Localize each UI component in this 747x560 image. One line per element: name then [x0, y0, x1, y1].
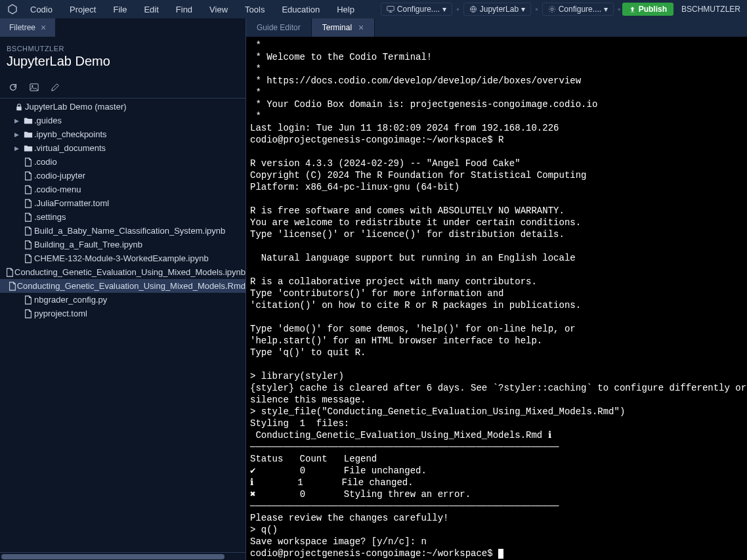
- refresh-button[interactable]: [8, 82, 18, 93]
- separator-dot: •: [535, 5, 538, 14]
- menu-file[interactable]: File: [105, 2, 135, 17]
- codio-logo: [7, 3, 18, 15]
- file-row[interactable]: Build_a_Baby_Name_Classification_System.…: [0, 224, 245, 238]
- file-icon: [8, 282, 17, 291]
- filetree-tab-label: Filetree: [9, 23, 35, 32]
- folder-row[interactable]: ▶.guides: [0, 114, 245, 127]
- filetree-toolbar: [0, 77, 245, 98]
- sidebar: Filetree × BSCHMUTZLER JupyterLab Demo J…: [0, 18, 246, 560]
- file-row[interactable]: .settings: [0, 210, 245, 224]
- expand-toggle[interactable]: ▶: [14, 118, 22, 124]
- menu-help[interactable]: Help: [329, 2, 362, 17]
- tree-label: .ipynb_checkpoints: [34, 129, 107, 139]
- file-row[interactable]: Building_a_Fault_Tree.ipynb: [0, 238, 245, 251]
- globe-icon: [469, 5, 477, 13]
- file-icon: [22, 185, 34, 194]
- menu-tools[interactable]: Tools: [237, 2, 272, 17]
- monitor-icon: [387, 5, 395, 13]
- tree-label: pyproject.toml: [34, 309, 87, 318]
- tree-label: .codio: [34, 157, 57, 167]
- menu-education[interactable]: Education: [274, 2, 328, 17]
- gear-icon: [548, 5, 556, 13]
- lock-icon: [13, 103, 25, 111]
- file-row[interactable]: .codio-menu: [0, 183, 245, 196]
- svg-rect-0: [387, 7, 395, 11]
- file-row[interactable]: CHEME-132-Module-3-WorkedExample.ipynb: [0, 251, 245, 265]
- folder-row[interactable]: ▶.ipynb_checkpoints: [0, 127, 245, 141]
- file-row[interactable]: .codio-jupyter: [0, 169, 245, 183]
- file-row[interactable]: .JuliaFormatter.toml: [0, 196, 245, 210]
- menu-edit[interactable]: Edit: [136, 2, 166, 17]
- folder-icon: [22, 130, 34, 139]
- close-icon[interactable]: ×: [41, 22, 46, 33]
- tab-label: Terminal: [322, 23, 352, 32]
- tree-label: Build_a_Baby_Name_Classification_System.…: [34, 226, 225, 236]
- tree-label: .codio-menu: [34, 184, 81, 194]
- chevron-down-icon: ▾: [604, 5, 608, 14]
- separator-dot: •: [456, 5, 459, 14]
- sidebar-tabs: Filetree ×: [0, 18, 245, 37]
- tree-label: .settings: [34, 212, 66, 222]
- svg-point-2: [551, 8, 553, 11]
- tree-label: JupyterLab Demo (master): [25, 102, 127, 112]
- tree-label: .virtual_documents: [34, 143, 106, 153]
- tab-guide-editor[interactable]: Guide Editor: [246, 18, 312, 37]
- svg-rect-5: [16, 106, 22, 110]
- config-dropdown-3[interactable]: Configure.... ▾: [542, 3, 614, 16]
- folder-icon: [22, 144, 34, 153]
- terminal-cursor: [498, 549, 503, 559]
- file-icon: [22, 213, 34, 222]
- tree-label: Building_a_Fault_Tree.ipynb: [34, 240, 142, 249]
- config-label-2: JupyterLab: [480, 5, 519, 14]
- file-row[interactable]: Conducting_Genetic_Evaluation_Using_Mixe…: [0, 265, 245, 279]
- project-owner: BSCHMUTZLER: [7, 45, 239, 53]
- menu-find[interactable]: Find: [168, 2, 200, 17]
- publish-label: Publish: [639, 5, 667, 14]
- menu-project[interactable]: Project: [62, 2, 104, 17]
- config-dropdown-2[interactable]: JupyterLab ▾: [463, 3, 531, 16]
- tree-label: .guides: [34, 116, 62, 125]
- file-row[interactable]: pyproject.toml: [0, 307, 245, 320]
- scrollbar-thumb[interactable]: [1, 554, 224, 559]
- tree-label: .codio-jupyter: [34, 171, 85, 181]
- publish-button[interactable]: Publish: [622, 3, 673, 16]
- tree-label: Conducting_Genetic_Evaluation_Using_Mixe…: [17, 281, 245, 291]
- filetree-tab[interactable]: Filetree ×: [0, 18, 56, 37]
- expand-toggle[interactable]: ▶: [14, 131, 22, 138]
- root-row[interactable]: JupyterLab Demo (master): [0, 100, 245, 114]
- expand-toggle[interactable]: ▶: [14, 145, 22, 152]
- tree-label: nbgrader_config.py: [34, 295, 107, 305]
- file-row[interactable]: .codio: [0, 155, 245, 169]
- config-label-3: Configure....: [559, 5, 601, 14]
- file-icon: [22, 199, 34, 208]
- close-icon[interactable]: ×: [358, 22, 364, 33]
- file-row[interactable]: Conducting_Genetic_Evaluation_Using_Mixe…: [0, 279, 245, 293]
- file-icon: [22, 254, 34, 263]
- config-label-1: Configure....: [397, 5, 440, 14]
- project-name: JupyterLab Demo: [7, 54, 239, 69]
- svg-point-4: [32, 85, 33, 87]
- tree-label: .JuliaFormatter.toml: [34, 198, 109, 208]
- file-icon: [5, 268, 14, 277]
- config-dropdown-1[interactable]: Configure.... ▾: [381, 3, 452, 16]
- menu-codio[interactable]: Codio: [22, 2, 60, 17]
- terminal-output[interactable]: * * Welcome to the Codio Terminal! * * h…: [246, 37, 747, 560]
- separator-dot: •: [618, 5, 621, 14]
- file-icon: [22, 295, 34, 305]
- file-icon: [22, 240, 34, 249]
- filetree[interactable]: JupyterLab Demo (master)▶.guides▶.ipynb_…: [0, 98, 245, 552]
- horizontal-scrollbar[interactable]: [0, 552, 245, 560]
- file-icon: [22, 309, 34, 318]
- image-button[interactable]: [29, 82, 39, 93]
- tab-terminal[interactable]: Terminal ×: [312, 18, 375, 37]
- file-icon: [22, 158, 34, 167]
- file-row[interactable]: nbgrader_config.py: [0, 293, 245, 307]
- file-icon: [22, 171, 34, 181]
- menubar: Codio Project File Edit Find View Tools …: [0, 0, 747, 18]
- edit-button[interactable]: [50, 82, 60, 93]
- tree-label: CHEME-132-Module-3-WorkedExample.ipynb: [34, 253, 209, 263]
- username-label[interactable]: BSCHMUTZLER: [681, 5, 740, 14]
- folder-row[interactable]: ▶.virtual_documents: [0, 141, 245, 155]
- tab-label: Guide Editor: [257, 23, 301, 32]
- menu-view[interactable]: View: [202, 2, 236, 17]
